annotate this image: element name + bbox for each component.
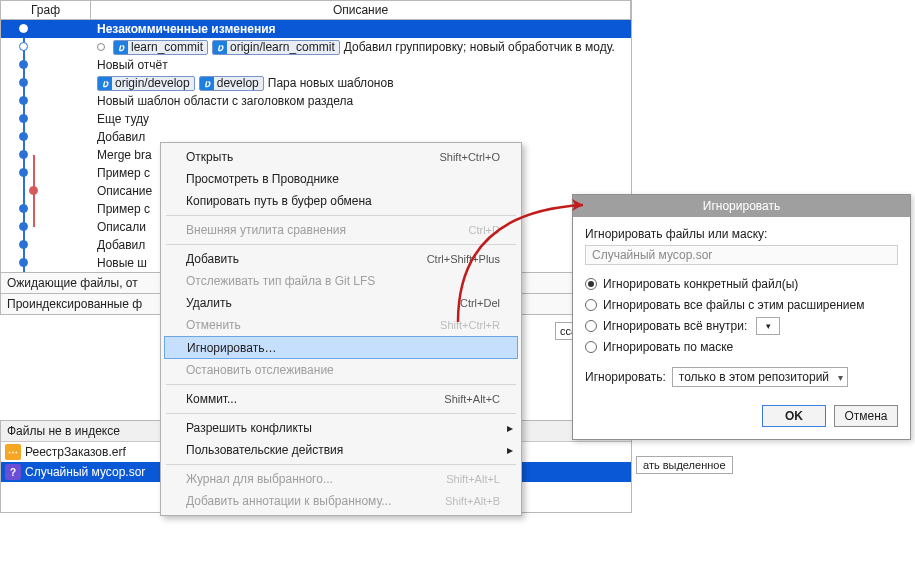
commit-row[interactable]: ʋlearn_commit ʋorigin/learn_commit Добав… <box>1 38 631 56</box>
commit-msg: Добавил <box>97 130 145 144</box>
radio-icon <box>585 299 597 311</box>
submenu-arrow-icon: ▸ <box>507 443 513 457</box>
commit-msg: Описали <box>97 220 146 234</box>
radio-icon <box>585 341 597 353</box>
commit-msg: Добавил <box>97 238 145 252</box>
ctx-copy-path[interactable]: Копировать путь в буфер обмена <box>164 190 518 212</box>
ctx-resolve-conflicts[interactable]: Разрешить конфликты▸ <box>164 417 518 439</box>
branch-tag[interactable]: ʋdevelop <box>199 76 264 91</box>
commit-msg: Описание <box>97 184 152 198</box>
ctx-stop-tracking: Остановить отслеживание <box>164 359 518 381</box>
header-graph[interactable]: Граф <box>1 1 91 19</box>
active-branch-icon <box>97 43 105 51</box>
commit-msg: Пара новых шаблонов <box>268 76 394 90</box>
ctx-track-lfs: Отслеживать тип файла в Git LFS <box>164 270 518 292</box>
commit-list-header: Граф Описание <box>1 1 631 20</box>
branch-icon: ʋ <box>213 41 227 54</box>
separator <box>166 384 516 385</box>
commit-msg: Незакоммиченные изменения <box>97 22 276 36</box>
commit-msg: Новые ш <box>97 256 147 270</box>
ignore-where-select[interactable]: только в этом репозиторий <box>672 367 848 387</box>
ignore-dialog: Игнорировать Игнорировать файлы или маск… <box>572 194 911 440</box>
commit-msg: Добавил группировку; новый обработчик в … <box>344 40 615 54</box>
header-description[interactable]: Описание <box>91 1 631 19</box>
ignore-where-label: Игнорировать: <box>585 370 666 384</box>
commit-msg: Еще туду <box>97 112 149 126</box>
separator <box>166 215 516 216</box>
radio-ignore-pattern[interactable]: Игнорировать по маске <box>585 336 898 357</box>
ctx-open[interactable]: ОткрытьShift+Ctrl+O <box>164 146 518 168</box>
cancel-button[interactable]: Отмена <box>834 405 898 427</box>
commit-row[interactable]: Еще туду <box>1 110 631 128</box>
ctx-add[interactable]: ДобавитьCtrl+Shift+Plus <box>164 248 518 270</box>
ctx-custom-actions[interactable]: Пользовательские действия▸ <box>164 439 518 461</box>
radio-ignore-file[interactable]: Игнорировать конкретный файл(ы) <box>585 273 898 294</box>
radio-ignore-extension[interactable]: Игнорировать все файлы с этим расширение… <box>585 294 898 315</box>
file-name: РеестрЗаказов.erf <box>25 445 126 459</box>
radio-icon <box>585 320 597 332</box>
separator <box>166 244 516 245</box>
file-modified-icon: ⋯ <box>5 444 21 460</box>
branch-tag[interactable]: ʋorigin/develop <box>97 76 195 91</box>
branch-tag[interactable]: ʋorigin/learn_commit <box>212 40 340 55</box>
commit-row[interactable]: ʋorigin/develop ʋdevelop Пара новых шабл… <box>1 74 631 92</box>
ctx-ignore[interactable]: Игнорировать… <box>164 336 518 359</box>
radio-icon <box>585 278 597 290</box>
commit-msg: Merge bra <box>97 148 152 162</box>
folder-combo[interactable]: ▾ <box>756 317 780 335</box>
dialog-label: Игнорировать файлы или маску: <box>585 227 898 241</box>
stage-selected-button[interactable]: ать выделенное <box>636 456 733 474</box>
file-name: Случайный мусор.sor <box>25 465 145 479</box>
branch-tag[interactable]: ʋlearn_commit <box>113 40 208 55</box>
commit-msg: Пример с <box>97 166 150 180</box>
ok-button[interactable]: OK <box>762 405 826 427</box>
ctx-delete[interactable]: УдалитьCtrl+Del <box>164 292 518 314</box>
separator <box>166 464 516 465</box>
branch-icon: ʋ <box>114 41 128 54</box>
ctx-external-diff: Внешняя утилита сравненияCtrl+D <box>164 219 518 241</box>
branch-icon: ʋ <box>200 77 214 90</box>
commit-msg: Новый шаблон области с заголовком раздел… <box>97 94 353 108</box>
ctx-log-selected: Журнал для выбранного...Shift+Alt+L <box>164 468 518 490</box>
ctx-show-in-explorer[interactable]: Просмотреть в Проводнике <box>164 168 518 190</box>
commit-msg: Пример с <box>97 202 150 216</box>
commit-row-uncommitted[interactable]: Незакоммиченные изменения <box>1 20 631 38</box>
ctx-revert: ОтменитьShift+Ctrl+R <box>164 314 518 336</box>
branch-icon: ʋ <box>98 77 112 90</box>
commit-row[interactable]: Новый отчёт <box>1 56 631 74</box>
commit-msg: Новый отчёт <box>97 58 168 72</box>
context-menu: ОткрытьShift+Ctrl+O Просмотреть в Провод… <box>160 142 522 516</box>
ctx-annotate-selected: Добавить аннотации к выбранному...Shift+… <box>164 490 518 512</box>
dialog-title: Игнорировать <box>573 195 910 217</box>
ignore-pattern-input[interactable] <box>585 245 898 265</box>
ctx-commit[interactable]: Коммит...Shift+Alt+C <box>164 388 518 410</box>
radio-ignore-under[interactable]: Игнорировать всё внутри:▾ <box>585 315 898 336</box>
separator <box>166 413 516 414</box>
submenu-arrow-icon: ▸ <box>507 421 513 435</box>
commit-row[interactable]: Новый шаблон области с заголовком раздел… <box>1 92 631 110</box>
file-unknown-icon: ? <box>5 464 21 480</box>
